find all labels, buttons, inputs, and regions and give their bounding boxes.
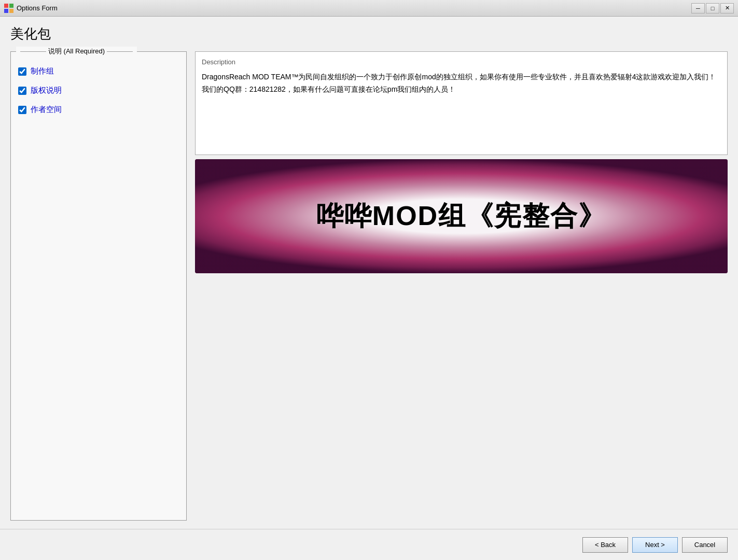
- svg-rect-0: [4, 4, 8, 8]
- restore-button[interactable]: □: [706, 3, 719, 13]
- window-title: Options Form: [17, 4, 691, 12]
- minimize-button[interactable]: ─: [691, 3, 705, 13]
- description-label: Description: [202, 57, 721, 68]
- description-box: Description DragonsReach MOD TEAM™为民间自发组…: [195, 51, 728, 155]
- back-button[interactable]: < Back: [582, 537, 628, 553]
- title-bar: Options Form ─ □ ✕: [0, 0, 738, 17]
- page-title: 美化包: [10, 25, 728, 43]
- svg-rect-1: [9, 4, 13, 8]
- window-icon: [4, 4, 13, 13]
- svg-rect-2: [4, 9, 8, 13]
- checkbox-zuozuzu[interactable]: [18, 67, 26, 76]
- right-panel: Description DragonsReach MOD TEAM™为民间自发组…: [195, 51, 728, 521]
- checkbox-item-2[interactable]: 版权说明: [18, 86, 179, 95]
- checkbox-list: 制作组 版权说明 作者空间: [18, 66, 179, 115]
- content-area: 美化包 说明 (All Required) 制作组 版权说明 作者: [0, 17, 738, 529]
- footer-bar: < Back Next > Cancel: [0, 529, 738, 560]
- checkbox-zuozhe[interactable]: [18, 106, 26, 114]
- checkbox-banquan[interactable]: [18, 87, 26, 95]
- group-box-legend: 说明 (All Required): [16, 47, 137, 56]
- main-window: Options Form ─ □ ✕ 美化包 说明 (All Required)…: [0, 0, 738, 560]
- banner-text-overlay: 哗哗MOD组《宪整合》: [195, 159, 728, 273]
- checkbox-label-3: 作者空间: [31, 105, 62, 115]
- checkbox-label-1: 制作组: [31, 66, 54, 76]
- cancel-button[interactable]: Cancel: [682, 537, 728, 553]
- checkbox-item-1[interactable]: 制作组: [18, 66, 179, 76]
- main-layout: 说明 (All Required) 制作组 版权说明 作者空间: [10, 51, 728, 521]
- svg-rect-3: [9, 9, 13, 13]
- close-button[interactable]: ✕: [720, 3, 734, 13]
- description-text: DragonsReach MOD TEAM™为民间自发组织的一个致力于创作原创m…: [202, 71, 721, 96]
- banner: 哗哗MOD组《宪整合》: [195, 159, 728, 273]
- checkbox-item-3[interactable]: 作者空间: [18, 105, 179, 115]
- banner-area: 哗哗MOD组《宪整合》: [195, 159, 728, 521]
- left-panel: 说明 (All Required) 制作组 版权说明 作者空间: [10, 51, 187, 521]
- window-controls: ─ □ ✕: [691, 3, 734, 13]
- checkbox-label-2: 版权说明: [31, 86, 62, 95]
- next-button[interactable]: Next >: [632, 537, 678, 553]
- banner-text: 哗哗MOD组《宪整合》: [316, 198, 606, 234]
